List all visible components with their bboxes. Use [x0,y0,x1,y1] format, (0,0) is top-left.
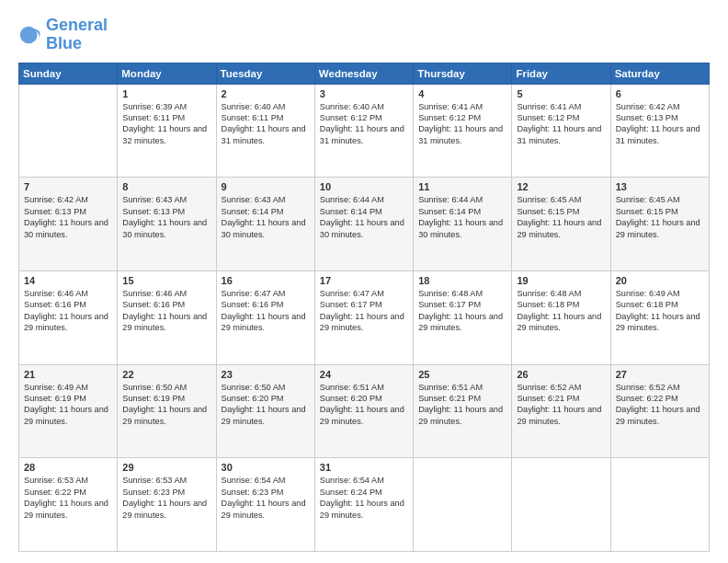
calendar-cell [512,458,610,552]
day-number: 11 [418,181,506,192]
day-number: 12 [517,181,605,192]
logo-icon [18,22,44,48]
day-number: 5 [517,88,605,99]
svg-point-0 [20,26,38,43]
day-number: 18 [418,275,506,286]
logo-text: General Blue [46,17,108,53]
cell-info: Sunrise: 6:50 AM Sunset: 6:20 PM Dayligh… [222,382,310,428]
cell-info: Sunrise: 6:54 AM Sunset: 6:24 PM Dayligh… [320,475,408,521]
calendar-cell: 26Sunrise: 6:52 AM Sunset: 6:21 PM Dayli… [512,364,610,458]
calendar-cell: 2Sunrise: 6:40 AM Sunset: 6:11 PM Daylig… [216,84,314,178]
cell-info: Sunrise: 6:41 AM Sunset: 6:12 PM Dayligh… [418,101,506,147]
cell-info: Sunrise: 6:43 AM Sunset: 6:14 PM Dayligh… [222,194,310,240]
cell-info: Sunrise: 6:44 AM Sunset: 6:14 PM Dayligh… [320,194,408,240]
day-number: 27 [616,369,704,380]
logo: General Blue [18,17,108,53]
calendar-cell: 30Sunrise: 6:54 AM Sunset: 6:23 PM Dayli… [216,458,314,552]
day-number: 29 [122,462,210,473]
weekday-header-cell: Sunday [19,63,118,84]
calendar-cell: 3Sunrise: 6:40 AM Sunset: 6:12 PM Daylig… [314,84,413,178]
cell-info: Sunrise: 6:53 AM Sunset: 6:22 PM Dayligh… [24,475,112,521]
day-number: 23 [222,369,310,380]
weekday-header-cell: Saturday [610,63,709,84]
calendar-cell [610,458,709,552]
calendar-week-row: 21Sunrise: 6:49 AM Sunset: 6:19 PM Dayli… [19,364,710,458]
calendar-cell: 28Sunrise: 6:53 AM Sunset: 6:22 PM Dayli… [19,458,118,552]
calendar-cell: 17Sunrise: 6:47 AM Sunset: 6:17 PM Dayli… [314,270,413,364]
day-number: 1 [122,88,210,99]
day-number: 22 [122,369,210,380]
day-number: 2 [222,88,310,99]
calendar-cell: 22Sunrise: 6:50 AM Sunset: 6:19 PM Dayli… [118,364,216,458]
calendar-cell: 6Sunrise: 6:42 AM Sunset: 6:13 PM Daylig… [610,84,709,178]
cell-info: Sunrise: 6:52 AM Sunset: 6:21 PM Dayligh… [517,382,605,428]
cell-info: Sunrise: 6:44 AM Sunset: 6:14 PM Dayligh… [418,194,506,240]
day-number: 20 [616,275,704,286]
calendar-body: 1Sunrise: 6:39 AM Sunset: 6:11 PM Daylig… [19,84,710,551]
calendar-week-row: 1Sunrise: 6:39 AM Sunset: 6:11 PM Daylig… [19,84,710,178]
cell-info: Sunrise: 6:48 AM Sunset: 6:18 PM Dayligh… [517,288,605,334]
day-number: 19 [517,275,605,286]
day-number: 24 [320,369,408,380]
cell-info: Sunrise: 6:50 AM Sunset: 6:19 PM Dayligh… [122,382,210,428]
calendar-cell [19,84,118,178]
day-number: 26 [517,369,605,380]
calendar-cell: 31Sunrise: 6:54 AM Sunset: 6:24 PM Dayli… [314,458,413,552]
cell-info: Sunrise: 6:51 AM Sunset: 6:20 PM Dayligh… [320,382,408,428]
day-number: 6 [616,88,704,99]
calendar-cell: 15Sunrise: 6:46 AM Sunset: 6:16 PM Dayli… [118,270,216,364]
page: General Blue SundayMondayTuesdayWednesda… [0,0,728,563]
day-number: 8 [122,181,210,192]
calendar-cell: 21Sunrise: 6:49 AM Sunset: 6:19 PM Dayli… [19,364,118,458]
calendar-cell: 9Sunrise: 6:43 AM Sunset: 6:14 PM Daylig… [216,178,314,271]
cell-info: Sunrise: 6:46 AM Sunset: 6:16 PM Dayligh… [122,288,210,334]
calendar-cell: 12Sunrise: 6:45 AM Sunset: 6:15 PM Dayli… [512,178,610,271]
day-number: 10 [320,181,408,192]
calendar-cell: 13Sunrise: 6:45 AM Sunset: 6:15 PM Dayli… [610,178,709,271]
cell-info: Sunrise: 6:41 AM Sunset: 6:12 PM Dayligh… [517,101,605,147]
day-number: 17 [320,275,408,286]
cell-info: Sunrise: 6:54 AM Sunset: 6:23 PM Dayligh… [222,475,310,521]
cell-info: Sunrise: 6:46 AM Sunset: 6:16 PM Dayligh… [24,288,112,334]
calendar-cell: 23Sunrise: 6:50 AM Sunset: 6:20 PM Dayli… [216,364,314,458]
calendar-cell: 29Sunrise: 6:53 AM Sunset: 6:23 PM Dayli… [118,458,216,552]
calendar-week-row: 28Sunrise: 6:53 AM Sunset: 6:22 PM Dayli… [19,458,710,552]
calendar-cell: 10Sunrise: 6:44 AM Sunset: 6:14 PM Dayli… [314,178,413,271]
cell-info: Sunrise: 6:45 AM Sunset: 6:15 PM Dayligh… [616,194,704,240]
calendar-cell: 14Sunrise: 6:46 AM Sunset: 6:16 PM Dayli… [19,270,118,364]
cell-info: Sunrise: 6:51 AM Sunset: 6:21 PM Dayligh… [418,382,506,428]
cell-info: Sunrise: 6:43 AM Sunset: 6:13 PM Dayligh… [122,194,210,240]
cell-info: Sunrise: 6:47 AM Sunset: 6:16 PM Dayligh… [222,288,310,334]
calendar-cell: 11Sunrise: 6:44 AM Sunset: 6:14 PM Dayli… [414,178,512,271]
weekday-header-cell: Monday [118,63,216,84]
cell-info: Sunrise: 6:49 AM Sunset: 6:18 PM Dayligh… [616,288,704,334]
weekday-header-cell: Wednesday [314,63,413,84]
cell-info: Sunrise: 6:48 AM Sunset: 6:17 PM Dayligh… [418,288,506,334]
calendar-cell: 4Sunrise: 6:41 AM Sunset: 6:12 PM Daylig… [414,84,512,178]
cell-info: Sunrise: 6:47 AM Sunset: 6:17 PM Dayligh… [320,288,408,334]
day-number: 9 [222,181,310,192]
calendar-cell [414,458,512,552]
calendar-cell: 25Sunrise: 6:51 AM Sunset: 6:21 PM Dayli… [414,364,512,458]
day-number: 30 [222,462,310,473]
calendar-cell: 19Sunrise: 6:48 AM Sunset: 6:18 PM Dayli… [512,270,610,364]
calendar-cell: 16Sunrise: 6:47 AM Sunset: 6:16 PM Dayli… [216,270,314,364]
cell-info: Sunrise: 6:45 AM Sunset: 6:15 PM Dayligh… [517,194,605,240]
cell-info: Sunrise: 6:53 AM Sunset: 6:23 PM Dayligh… [122,475,210,521]
calendar-cell: 27Sunrise: 6:52 AM Sunset: 6:22 PM Dayli… [610,364,709,458]
cell-info: Sunrise: 6:40 AM Sunset: 6:11 PM Dayligh… [222,101,310,147]
cell-info: Sunrise: 6:49 AM Sunset: 6:19 PM Dayligh… [24,382,112,428]
cell-info: Sunrise: 6:40 AM Sunset: 6:12 PM Dayligh… [320,101,408,147]
weekday-header-cell: Tuesday [216,63,314,84]
cell-info: Sunrise: 6:52 AM Sunset: 6:22 PM Dayligh… [616,382,704,428]
day-number: 16 [222,275,310,286]
calendar-cell: 24Sunrise: 6:51 AM Sunset: 6:20 PM Dayli… [314,364,413,458]
day-number: 21 [24,369,112,380]
day-number: 4 [418,88,506,99]
weekday-header-row: SundayMondayTuesdayWednesdayThursdayFrid… [19,63,710,84]
day-number: 15 [122,275,210,286]
calendar-cell: 5Sunrise: 6:41 AM Sunset: 6:12 PM Daylig… [512,84,610,178]
day-number: 7 [24,181,112,192]
header: General Blue [18,17,710,53]
day-number: 28 [24,462,112,473]
